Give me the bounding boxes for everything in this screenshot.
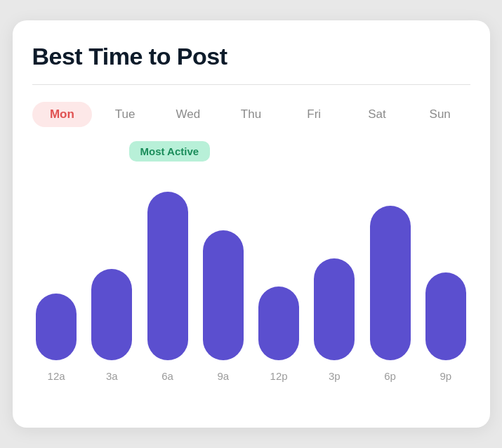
bar-12a bbox=[36, 294, 77, 360]
day-tab-tue[interactable]: Tue bbox=[95, 102, 155, 127]
bar-wrapper-9a bbox=[199, 171, 247, 360]
divider bbox=[32, 84, 470, 85]
best-time-card: Best Time to Post MonTueWedThuFriSatSun … bbox=[13, 20, 490, 428]
day-tab-sat[interactable]: Sat bbox=[347, 102, 407, 127]
day-tab-thu[interactable]: Thu bbox=[221, 102, 282, 127]
bar-wrapper-6a bbox=[143, 171, 192, 360]
time-label-9a: 9a bbox=[199, 370, 247, 382]
bar-9a bbox=[203, 230, 244, 360]
day-tabs: MonTueWedThuFriSatSun bbox=[32, 102, 470, 127]
bar-3p bbox=[314, 258, 355, 360]
day-tab-sun[interactable]: Sun bbox=[410, 102, 470, 127]
day-tab-wed[interactable]: Wed bbox=[158, 102, 218, 127]
bar-9p bbox=[425, 272, 466, 360]
bar-wrapper-9p bbox=[421, 171, 470, 360]
bar-wrapper-12p bbox=[255, 171, 303, 360]
day-tab-fri[interactable]: Fri bbox=[284, 102, 344, 127]
bar-3a bbox=[91, 269, 132, 360]
bar-wrapper-3a bbox=[88, 171, 136, 360]
bar-wrapper-6p bbox=[366, 171, 414, 360]
time-label-3p: 3p bbox=[310, 370, 359, 382]
most-active-badge: Most Active bbox=[129, 141, 211, 162]
bar-wrapper-12a bbox=[32, 171, 81, 360]
time-label-6p: 6p bbox=[366, 370, 414, 382]
time-label-9p: 9p bbox=[421, 370, 470, 382]
bars-container bbox=[32, 150, 470, 360]
time-label-3a: 3a bbox=[88, 370, 136, 382]
bar-6p bbox=[370, 206, 411, 360]
time-label-12p: 12p bbox=[255, 370, 303, 382]
bar-wrapper-3p bbox=[310, 171, 359, 360]
time-labels: 12a3a6a9a12p3p6p9p bbox=[32, 370, 470, 382]
day-tab-mon[interactable]: Mon bbox=[32, 102, 93, 127]
chart-area: Most Active 12a3a6a9a12p3p6p9p bbox=[32, 150, 470, 408]
time-label-6a: 6a bbox=[143, 370, 192, 382]
time-label-12a: 12a bbox=[32, 370, 81, 382]
card-title: Best Time to Post bbox=[32, 43, 470, 70]
bar-6a bbox=[147, 192, 188, 360]
bar-12p bbox=[258, 286, 299, 360]
